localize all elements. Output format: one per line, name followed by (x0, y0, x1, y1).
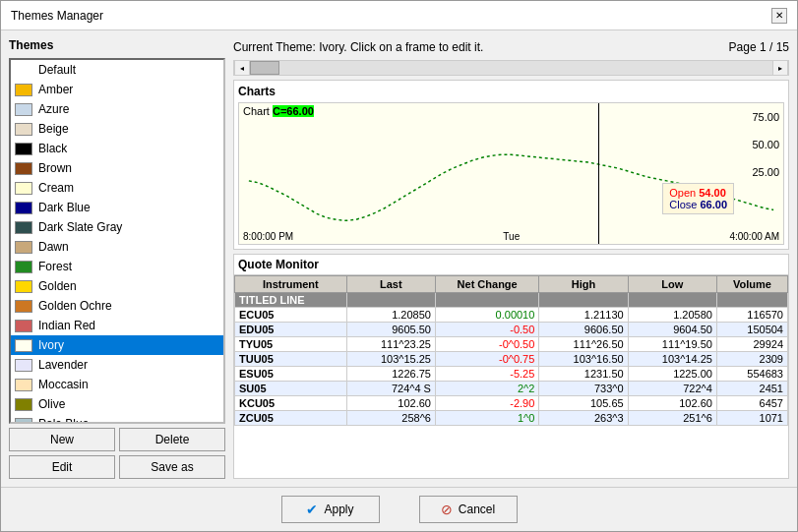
tooltip-close-value: 66.00 (700, 199, 727, 210)
table-cell: 733^0 (539, 382, 628, 396)
sidebar-item-dark-blue[interactable]: Dark Blue (11, 198, 223, 217)
apply-label: Apply (324, 502, 353, 516)
sidebar-item-cream[interactable]: Cream (11, 178, 223, 198)
main-content: Themes DefaultAmberAzureBeigeBlackBrownC… (1, 30, 797, 487)
col-header-last: Last (346, 276, 435, 293)
sidebar-item-amber[interactable]: Amber (11, 80, 223, 99)
delete-button[interactable]: Delete (119, 428, 225, 451)
table-cell: ESU05 (235, 367, 347, 382)
chart-title-text: Chart (243, 105, 273, 117)
title-bar: Themes Manager ✕ (1, 1, 797, 30)
color-swatch-lavender (15, 359, 32, 372)
header-row: Current Theme: Ivory. Click on a frame t… (233, 38, 789, 56)
table-cell: -0^0.75 (435, 352, 538, 367)
color-swatch-black (15, 143, 32, 155)
x-label-mid: Tue (503, 231, 520, 242)
sidebar-item-moccasin[interactable]: Moccasin (11, 375, 223, 394)
x-label-end: 4:00:00 AM (729, 231, 779, 242)
table-cell: 1.21130 (539, 308, 628, 323)
themes-list-container[interactable]: DefaultAmberAzureBeigeBlackBrownCreamDar… (9, 58, 225, 424)
save-as-button[interactable]: Save as (119, 455, 225, 479)
sidebar-item-indian-red[interactable]: Indian Red (11, 316, 223, 335)
sidebar-item-ivory[interactable]: Ivory (11, 335, 223, 355)
table-cell: 2451 (716, 382, 787, 396)
sidebar-item-label-forest: Forest (38, 260, 72, 273)
table-cell: ZCU05 (235, 411, 347, 426)
table-row: TITLED LINE (235, 293, 788, 308)
close-button[interactable]: ✕ (771, 8, 787, 24)
sidebar-item-label-cream: Cream (38, 181, 74, 195)
table-cell (435, 293, 538, 308)
table-cell: 1.20580 (628, 308, 716, 323)
table-cell: 9606.50 (539, 323, 628, 337)
sidebar-item-brown[interactable]: Brown (11, 158, 223, 178)
apply-button[interactable]: ✔ Apply (281, 496, 380, 523)
table-cell: 1225.00 (628, 367, 716, 382)
y-label-75: 75.00 (752, 111, 779, 123)
sidebar-item-label-indian-red: Indian Red (38, 319, 95, 332)
table-cell: KCU05 (235, 396, 347, 411)
chart-area: Chart C=66.00 75.00 (238, 102, 784, 245)
table-cell: 1231.50 (539, 367, 628, 382)
page-info: Page 1 / 15 (729, 40, 789, 54)
color-swatch-azure (15, 103, 32, 116)
sidebar-item-label-brown: Brown (38, 161, 72, 175)
table-row: ECU051.208500.000101.211301.20580116570 (235, 308, 788, 323)
cancel-label: Cancel (459, 502, 495, 516)
color-swatch-ivory (15, 339, 32, 352)
tooltip-open-value: 54.00 (699, 187, 726, 199)
sidebar-item-azure[interactable]: Azure (11, 99, 223, 119)
scroll-thumb[interactable] (250, 61, 279, 75)
table-cell: 29924 (716, 337, 787, 352)
sidebar-item-lavender[interactable]: Lavender (11, 355, 223, 375)
sidebar-item-default[interactable]: Default (11, 60, 223, 80)
sidebar-item-dawn[interactable]: Dawn (11, 237, 223, 257)
table-cell: 102.60 (628, 396, 716, 411)
table-cell (628, 293, 716, 308)
sidebar-item-label-olive: Olive (38, 397, 65, 411)
new-button[interactable]: New (9, 428, 115, 451)
btn-row-1: New Delete (9, 428, 225, 451)
table-cell: 103^15.25 (346, 352, 435, 367)
sidebar-item-forest[interactable]: Forest (11, 257, 223, 276)
table-cell: 9604.50 (628, 323, 716, 337)
table-cell: 103^14.25 (628, 352, 716, 367)
x-label-start: 8:00:00 PM (243, 231, 293, 242)
scroll-left-btn[interactable]: ◂ (234, 60, 250, 76)
sidebar-item-golden-ochre[interactable]: Golden Ochre (11, 296, 223, 316)
chart-highlight: C=66.00 (273, 105, 314, 117)
tooltip-close-label: Close (669, 199, 700, 210)
quote-monitor-section: Quote Monitor InstrumentLastNet ChangeHi… (233, 254, 789, 479)
sidebar-item-black[interactable]: Black (11, 139, 223, 158)
charts-section: Charts Chart C=66.00 (233, 80, 789, 250)
table-cell: TUU05 (235, 352, 347, 367)
table-row: SU05724^4 S2^2733^0722^42451 (235, 382, 788, 396)
sidebar-item-golden[interactable]: Golden (11, 276, 223, 296)
scroll-track[interactable] (250, 61, 772, 75)
horizontal-scrollbar[interactable]: ◂ ▸ (233, 60, 789, 76)
table-cell: 0.00010 (435, 308, 538, 323)
charts-label: Charts (238, 85, 784, 98)
table-row: EDU059605.50-0.509606.509604.50150504 (235, 323, 788, 337)
color-swatch-cream (15, 182, 32, 195)
check-icon: ✔ (306, 502, 318, 517)
sidebar-item-dark-slate-gray[interactable]: Dark Slate Gray (11, 217, 223, 237)
scroll-right-btn[interactable]: ▸ (772, 60, 788, 76)
table-row: TUU05103^15.25-0^0.75103^16.50103^14.252… (235, 352, 788, 367)
table-cell: EDU05 (235, 323, 347, 337)
sidebar-item-olive[interactable]: Olive (11, 394, 223, 414)
table-cell: 150504 (716, 323, 787, 337)
table-cell: -2.90 (435, 396, 538, 411)
edit-button[interactable]: Edit (9, 455, 115, 479)
cancel-button[interactable]: ⊘ Cancel (419, 496, 518, 523)
sidebar-item-pale-blue[interactable]: Pale Blue (11, 414, 223, 424)
table-cell: 1071 (716, 411, 787, 426)
color-swatch-dark-slate-gray (15, 221, 32, 234)
sidebar-item-beige[interactable]: Beige (11, 119, 223, 139)
sidebar-item-label-golden-ochre: Golden Ochre (38, 299, 112, 313)
quote-header-row: InstrumentLastNet ChangeHighLowVolume (235, 276, 788, 293)
right-panel: Current Theme: Ivory. Click on a frame t… (233, 38, 789, 479)
table-cell: 1.20850 (346, 308, 435, 323)
table-cell: 1226.75 (346, 367, 435, 382)
quote-table-body: TITLED LINEECU051.208500.000101.211301.2… (235, 293, 788, 426)
